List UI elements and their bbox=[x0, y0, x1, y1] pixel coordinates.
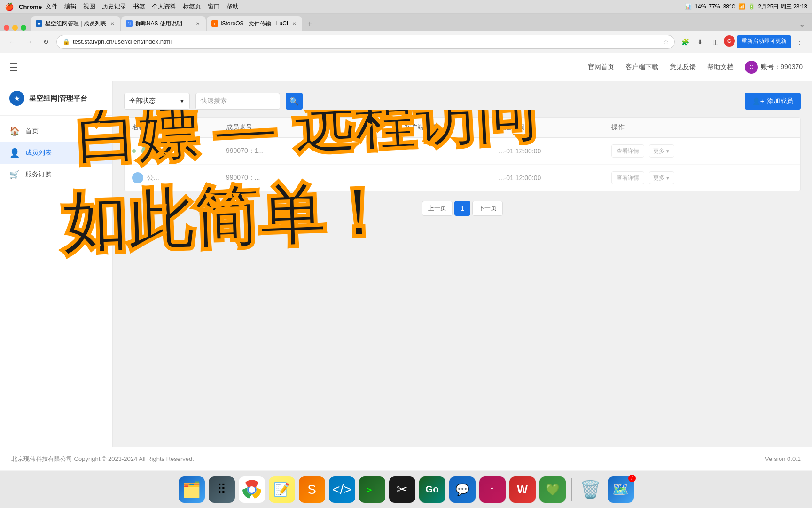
app-name[interactable]: Chrome bbox=[19, 3, 42, 10]
dock-notes[interactable]: 📝 bbox=[269, 476, 295, 503]
vscode-icon: </> bbox=[332, 482, 351, 497]
tab-expand-button[interactable]: ⌄ bbox=[795, 17, 808, 31]
address-bar[interactable]: 🔒 test.starvpn.cn/user/client/index.html… bbox=[56, 35, 675, 49]
profile-badge[interactable]: C bbox=[724, 35, 735, 47]
add-member-label: 添加成员 bbox=[767, 97, 793, 105]
trash-icon: 🗑️ bbox=[580, 480, 601, 500]
dock-wps[interactable]: W bbox=[509, 476, 536, 503]
nav-official-site[interactable]: 官网首页 bbox=[588, 63, 614, 71]
maximize-window-btn[interactable] bbox=[21, 25, 26, 31]
dock-separator bbox=[571, 478, 572, 501]
map-icon: 🗺️ bbox=[612, 482, 629, 497]
search-box[interactable]: 快速搜索 bbox=[195, 93, 280, 110]
cpu-percent: 14% bbox=[695, 3, 706, 10]
add-member-icon: 👤+ bbox=[752, 97, 764, 105]
row2-name-text: 公... bbox=[147, 174, 159, 182]
dock-trash[interactable]: 🗑️ bbox=[578, 476, 604, 503]
sidebar-toggle-btn[interactable]: ◫ bbox=[709, 35, 722, 48]
sidebar-item-home[interactable]: 🏠 首页 bbox=[0, 120, 112, 142]
dock-wechat[interactable]: 💚 bbox=[539, 476, 566, 503]
minimize-window-btn[interactable] bbox=[12, 25, 18, 31]
dock-transloader[interactable]: ↑ bbox=[479, 476, 506, 503]
prev-page-button[interactable]: 上一页 bbox=[422, 201, 453, 216]
menu-history[interactable]: 历史记录 bbox=[102, 2, 126, 11]
row1-more-label: 更多 bbox=[653, 147, 664, 155]
update-button[interactable]: 重新启动即可更新 bbox=[737, 35, 791, 48]
close-window-btn[interactable] bbox=[4, 25, 9, 31]
sidebar-item-members[interactable]: 👤 成员列表 bbox=[0, 142, 112, 164]
download-button[interactable]: ⬇ bbox=[694, 35, 707, 48]
dock-capcut[interactable]: ✂ bbox=[389, 476, 415, 503]
extensions-button[interactable]: 🧩 bbox=[679, 35, 692, 48]
back-button[interactable]: ← bbox=[6, 35, 19, 48]
dock-vscode[interactable]: </> bbox=[329, 476, 355, 503]
row2-account: 990070：... bbox=[226, 174, 320, 182]
nav-actions: 🧩 ⬇ ◫ C 重新启动即可更新 ⋮ bbox=[679, 35, 806, 48]
row1-view-detail-button[interactable]: 查看详情 bbox=[611, 144, 644, 158]
row2-more-button[interactable]: 更多 ▼ bbox=[649, 171, 674, 184]
menu-file[interactable]: 文件 bbox=[46, 2, 58, 11]
dock-launchpad[interactable]: ⠿ bbox=[209, 476, 235, 503]
mem-percent: 77% bbox=[709, 3, 720, 10]
toolbar: 全部状态 ▼ 快速搜索 🔍 👤+ 添加成员 bbox=[124, 93, 801, 110]
page-1-button[interactable]: 1 bbox=[454, 201, 470, 216]
menu-profile[interactable]: 个人资料 bbox=[152, 2, 176, 11]
tab-2[interactable]: N 群晖NAS 使用说明 ✕ bbox=[121, 16, 206, 31]
search-button[interactable]: 🔍 bbox=[286, 93, 303, 110]
row1-more-button[interactable]: 更多 ▼ bbox=[649, 144, 674, 158]
tab-1[interactable]: ★ 星空组网管理 | 成员列表 ✕ bbox=[31, 16, 120, 31]
col-header-account: 成员账号 bbox=[226, 123, 320, 132]
reload-button[interactable]: ↻ bbox=[39, 35, 53, 48]
dock-map[interactable]: 🗺️ 7 bbox=[608, 476, 634, 503]
dock-wework[interactable]: 💬 bbox=[449, 476, 476, 503]
menu-view[interactable]: 视图 bbox=[83, 2, 95, 11]
row1-actions: 查看详情 更多 ▼ bbox=[611, 144, 696, 158]
content-area: ★ 星空组网|管理平台 🏠 首页 👤 成员列表 🛒 服务订购 bbox=[0, 81, 812, 447]
logo-icon: ★ bbox=[9, 91, 24, 106]
menu-tabs[interactable]: 标签页 bbox=[183, 2, 201, 11]
hamburger-icon[interactable]: ☰ bbox=[9, 62, 18, 73]
dock-terminal[interactable]: >_ bbox=[359, 476, 385, 503]
nav-help-docs[interactable]: 帮助文档 bbox=[707, 63, 734, 71]
logo-text: 星空组网|管理平台 bbox=[29, 94, 87, 103]
account-info: C 账号：990370 bbox=[745, 61, 803, 74]
col-header-action: 操作 bbox=[611, 123, 696, 132]
apple-menu[interactable]: 🍎 bbox=[5, 2, 14, 11]
status-select[interactable]: 全部状态 ▼ bbox=[124, 93, 190, 110]
dock-sublime[interactable]: S bbox=[299, 476, 325, 503]
launchpad-icon: ⠿ bbox=[217, 482, 226, 497]
wework-icon: 💬 bbox=[455, 483, 469, 496]
add-member-button[interactable]: 👤+ 添加成员 bbox=[745, 93, 801, 110]
main-content: 全部状态 ▼ 快速搜索 🔍 👤+ 添加成员 名称 成员账号 bbox=[113, 81, 812, 447]
row2-view-detail-button[interactable]: 查看详情 bbox=[611, 171, 644, 184]
menu-help[interactable]: 帮助 bbox=[226, 2, 239, 11]
row2-created: ...-01 12:00:00 bbox=[499, 174, 611, 182]
menu-button[interactable]: ⋮ bbox=[793, 35, 806, 48]
dock-finder[interactable]: 🗂️ bbox=[179, 476, 205, 503]
nav-client-download[interactable]: 客户端下载 bbox=[625, 63, 658, 71]
dock-goland[interactable]: Go bbox=[419, 476, 445, 503]
dock-chrome[interactable] bbox=[239, 476, 265, 503]
tab-3-close[interactable]: ✕ bbox=[291, 20, 297, 27]
new-tab-button[interactable]: + bbox=[303, 17, 316, 31]
next-page-button[interactable]: 下一页 bbox=[472, 201, 503, 216]
menu-window[interactable]: 窗口 bbox=[208, 2, 220, 11]
row1-name-text: ... bbox=[156, 147, 162, 155]
sidebar-label-home: 首页 bbox=[25, 127, 39, 135]
nav-feedback[interactable]: 意见反馈 bbox=[670, 63, 696, 71]
menu-edit[interactable]: 编辑 bbox=[64, 2, 77, 11]
tab-3[interactable]: i iStoreOS - 文件传输 - LuCI ✕ bbox=[207, 16, 302, 31]
menu-items: 文件 编辑 视图 历史记录 书签 个人资料 标签页 窗口 帮助 bbox=[46, 2, 685, 11]
forward-button[interactable]: → bbox=[23, 35, 36, 48]
tab-1-favicon: ★ bbox=[36, 20, 42, 27]
sidebar-item-services[interactable]: 🛒 服务订购 bbox=[0, 164, 112, 185]
wifi-icon: 📶 bbox=[738, 3, 745, 10]
tab-2-close[interactable]: ✕ bbox=[195, 20, 201, 27]
wechat-icon: 💚 bbox=[546, 483, 560, 496]
footer: 北京现伟科技有限公司 Copyright © 2023-2024 All Rig… bbox=[0, 447, 812, 470]
footer-version: Version 0.0.1 bbox=[765, 455, 801, 462]
menu-bookmarks[interactable]: 书签 bbox=[133, 2, 145, 11]
tab-1-close[interactable]: ✕ bbox=[109, 20, 116, 27]
row1-created: ...-01 12:00:00 bbox=[499, 147, 611, 155]
chevron-down-icon: ▼ bbox=[180, 98, 185, 104]
